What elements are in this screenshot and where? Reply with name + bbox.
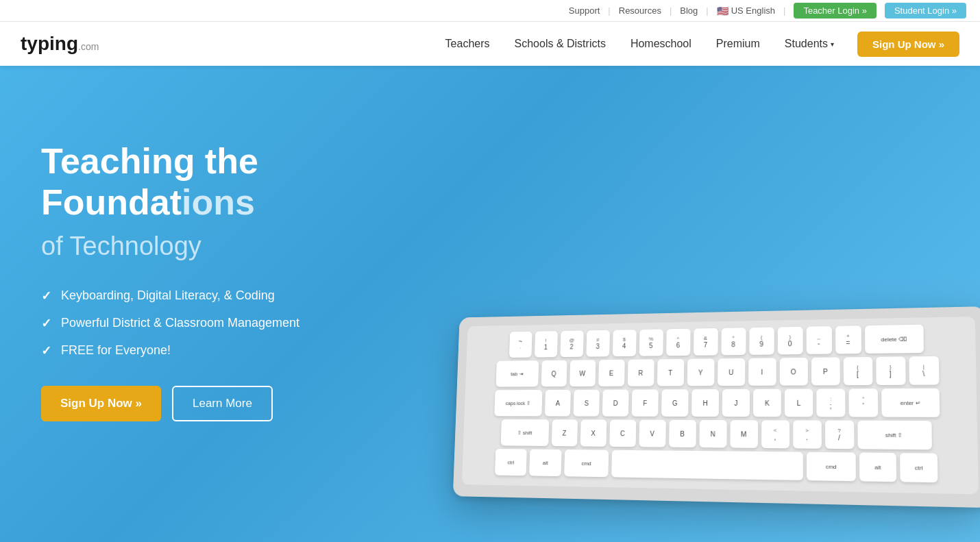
feature-1: ✓ Keyboarding, Digital Literacy, & Codin… [41,288,425,304]
check-icon-2: ✓ [41,316,51,331]
feature-3: ✓ FREE for Everyone! [41,343,425,358]
student-login-button[interactable]: Student Login » [885,3,966,19]
hero-section: Teaching the Foundations of Technology ✓… [0,66,980,542]
learn-more-button[interactable]: Learn More [172,386,273,421]
logo-text: typing [21,33,78,54]
feature-2-text: Powerful District & Classroom Management [61,316,299,330]
resources-link[interactable]: Resources [619,5,661,16]
nav-schools-districts[interactable]: Schools & Districts [502,38,618,49]
nav-students[interactable]: Students ▾ [772,38,846,50]
keyboard: ~· !1 @2 #3 $4 %5 ^6 &7 *8 (9 )0 _- += d… [453,306,980,508]
nav-links: Teachers Schools & Districts Homeschool … [433,38,846,50]
nav-premium[interactable]: Premium [704,38,772,49]
topbar: Support | Resources | Blog | 🇺🇸 US Engli… [0,0,980,22]
sep3: | [706,5,708,16]
signup-hero-button[interactable]: Sign Up Now » [41,386,161,421]
signup-nav-button[interactable]: Sign Up Now » [857,32,959,57]
sep2: | [670,5,672,16]
flag-icon: 🇺🇸 [717,5,728,16]
language-selector[interactable]: 🇺🇸 US English [717,5,775,16]
hero-title-faded: ions [182,182,255,222]
main-navbar: typing.com Teachers Schools & Districts … [0,22,980,66]
sep4: | [783,5,785,16]
feature-3-text: FREE for Everyone! [61,343,171,358]
hero-title: Teaching the Foundations [41,141,425,223]
keyboard-visual: ~· !1 @2 #3 $4 %5 ^6 &7 *8 (9 )0 _- += d… [432,213,980,542]
language-label: US English [731,5,775,16]
nav-teachers[interactable]: Teachers [433,38,502,49]
feature-1-text: Keyboarding, Digital Literacy, & Coding [61,288,275,303]
chevron-down-icon: ▾ [831,40,834,48]
support-link[interactable]: Support [569,5,600,16]
logo-dotcom: .com [78,41,99,52]
sep1: | [608,5,610,16]
teacher-login-button[interactable]: Teacher Login » [794,3,877,19]
check-icon-1: ✓ [41,288,51,304]
hero-subtitle: of Technology [41,232,425,261]
logo[interactable]: typing.com [21,33,99,55]
hero-features: ✓ Keyboarding, Digital Literacy, & Codin… [41,288,425,358]
blog-link[interactable]: Blog [680,5,698,16]
nav-homeschool[interactable]: Homeschool [618,38,704,49]
hero-buttons: Sign Up Now » Learn More [41,386,425,421]
feature-2: ✓ Powerful District & Classroom Manageme… [41,316,425,331]
check-icon-3: ✓ [41,343,51,358]
hero-content: Teaching the Foundations of Technology ✓… [41,121,425,421]
